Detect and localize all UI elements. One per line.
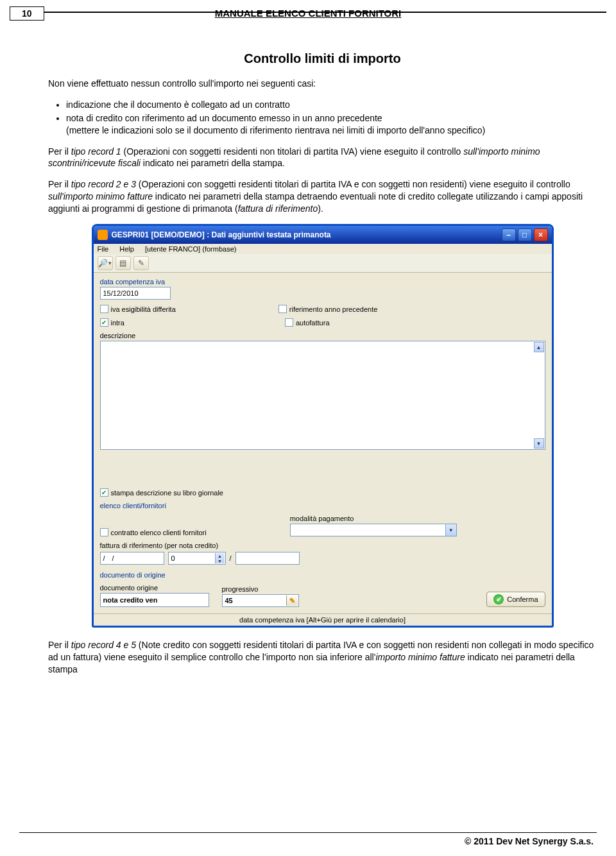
fattura-number-field[interactable]: 0 ▲▼: [168, 552, 226, 565]
toolbar: 🔎▾ ▤ ✎: [94, 254, 552, 273]
checkbox-label: iva esigibilità differita: [111, 305, 176, 313]
date-field[interactable]: 15/12/2010: [100, 287, 171, 300]
titlebar[interactable]: GESPRI01 [DEMO/DEMO] : Dati aggiuntivi t…: [94, 226, 552, 244]
menu-help[interactable]: Help: [119, 245, 134, 253]
label-fattura-riferimento: fattura di riferimento (per nota credito…: [100, 542, 545, 549]
checkbox-icon: [285, 318, 293, 327]
checkbox-label: contratto elenco clienti fornitori: [111, 529, 207, 536]
checkbox-label: intra: [111, 319, 124, 327]
description-textarea[interactable]: ▲ ▼: [100, 341, 545, 450]
progressivo-field[interactable]: 45 ✎: [222, 594, 299, 607]
label-descrizione: descrizione: [100, 332, 545, 339]
confirm-button[interactable]: ✔ Conferma: [486, 592, 545, 607]
checkbox-intra[interactable]: ✔ intra: [100, 318, 124, 327]
label-progressivo: progressivo: [222, 585, 299, 593]
statusbar: data competenza iva [Alt+Giù per aprire …: [94, 613, 552, 626]
label-elenco: elenco clienti/fornitori: [100, 502, 545, 509]
checkbox-label: stampa descrizione su libro giornale: [111, 489, 223, 497]
scroll-down-icon[interactable]: ▼: [534, 438, 544, 449]
label-modalita-pagamento: modalità pagamento: [290, 515, 457, 522]
pencil-icon[interactable]: ✎: [286, 595, 298, 606]
checkbox-icon: ✔: [100, 488, 108, 497]
bullet-text: nota di credito con riferimento ad un do…: [66, 113, 382, 123]
checkbox-riferimento-anno[interactable]: riferimento anno precedente: [278, 305, 378, 313]
toolbar-note-icon[interactable]: ✎: [133, 256, 149, 270]
app-icon: [98, 230, 108, 240]
separator: /: [230, 554, 232, 562]
checkbox-contratto-elenco[interactable]: contratto elenco clienti fornitori: [100, 528, 207, 536]
paragraph-record45: Per il tipo record 4 e 5 (Note credito c…: [48, 639, 597, 676]
checkbox-iva-differita[interactable]: iva esigibilità differita: [100, 305, 176, 313]
menu-file[interactable]: File: [98, 245, 109, 253]
header-title: MANUALE ELENCO CLIENTI FORNITORI: [0, 8, 616, 19]
field-value: 0: [171, 554, 175, 562]
menubar: File Help [utente FRANCO] (formbase): [94, 244, 552, 254]
app-window: GESPRI01 [DEMO/DEMO] : Dati aggiuntivi t…: [92, 224, 554, 628]
checkbox-label: riferimento anno precedente: [289, 305, 378, 313]
form-panel: data competenza iva 15/12/2010 iva esigi…: [94, 273, 552, 613]
scroll-up-icon[interactable]: ▲: [534, 342, 544, 352]
section-heading: Controllo limiti di importo: [48, 51, 597, 66]
list-item: indicazione che il documento è collegato…: [66, 99, 597, 111]
dropdown-modalita-pagamento[interactable]: ▼: [290, 524, 457, 536]
toolbar-document-icon[interactable]: ▤: [116, 256, 131, 270]
field-value: 45: [225, 597, 233, 604]
footer-rule: [19, 832, 597, 833]
bullet-text: (mettere le indicazioni solo se il docum…: [66, 125, 485, 135]
chevron-down-icon: ▼: [445, 524, 456, 536]
bullet-list: indicazione che il documento è collegato…: [66, 99, 597, 137]
paragraph-record23: Per il tipo record 2 e 3 (Operazioni con…: [48, 178, 597, 215]
checkbox-label: autofattura: [296, 319, 330, 327]
footer-copyright: © 2011 Dev Net Synergy S.a.s.: [465, 836, 594, 846]
checkbox-stampa-giornale[interactable]: ✔ stampa descrizione su libro giornale: [100, 488, 545, 497]
button-label: Conferma: [507, 595, 538, 603]
label-documento-origine-hdr: documento di origine: [100, 571, 545, 579]
checkbox-autofattura[interactable]: autofattura: [285, 318, 330, 327]
toolbar-binoculars-icon[interactable]: 🔎▾: [98, 256, 113, 270]
checkbox-icon: [278, 305, 287, 313]
label-data-competenza: data competenza iva: [100, 278, 545, 286]
label-documento-origine: documento origine: [100, 584, 209, 592]
checkbox-icon: [100, 528, 108, 536]
intro-line: Non viene effettuato nessun controllo su…: [48, 78, 597, 90]
content: Controllo limiti di importo Non viene ef…: [48, 51, 597, 685]
fattura-suffix-field[interactable]: [235, 552, 300, 565]
window-title: GESPRI01 [DEMO/DEMO] : Dati aggiuntivi t…: [112, 230, 331, 239]
paragraph-record1: Per il tipo record 1 (Operazioni con sog…: [48, 146, 597, 170]
maximize-button[interactable]: □: [518, 228, 532, 241]
checkbox-icon: [100, 305, 108, 313]
documento-origine-field[interactable]: nota credito ven: [100, 593, 209, 607]
check-icon: ✔: [493, 594, 504, 604]
list-item: nota di credito con riferimento ad un do…: [66, 112, 597, 137]
checkbox-icon: ✔: [100, 318, 108, 327]
spinner-icon[interactable]: ▲▼: [215, 553, 225, 563]
fattura-date-field[interactable]: / /: [100, 552, 164, 565]
minimize-button[interactable]: –: [502, 228, 516, 241]
close-button[interactable]: ×: [534, 228, 548, 241]
menu-user-info: [utente FRANCO] (formbase): [145, 245, 236, 253]
